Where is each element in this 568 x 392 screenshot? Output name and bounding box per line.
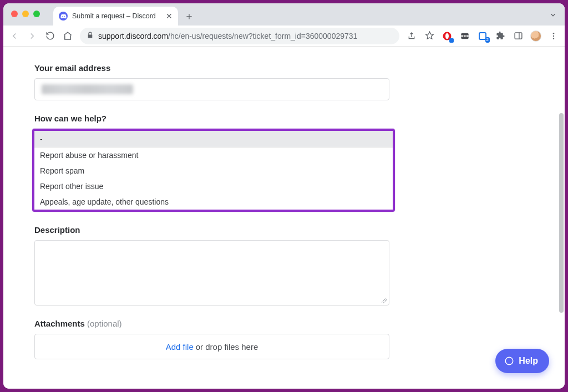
side-panel-icon[interactable] — [513, 30, 524, 42]
browser-tab[interactable]: Submit a request – Discord ✕ — [53, 7, 178, 26]
new-tab-button[interactable]: ＋ — [181, 8, 197, 24]
svg-point-8 — [553, 33, 554, 34]
window-close-icon[interactable] — [11, 11, 18, 17]
kebab-menu-icon[interactable] — [548, 30, 559, 42]
page-viewport: Your email address How can we help? - Re… — [3, 47, 565, 389]
url-text: support.discord.com/hc/en-us/requests/ne… — [98, 32, 357, 40]
forward-icon[interactable] — [27, 30, 38, 42]
attachments-group: Attachments (optional) Add file or drop … — [34, 319, 425, 359]
browser-window: Submit a request – Discord ✕ ＋ support.d… — [3, 3, 565, 389]
help-dropdown-highlighted: - Report abuse or harassment Report spam… — [32, 129, 395, 212]
dropdown-option[interactable]: Appeals, age update, other questions — [34, 194, 393, 210]
description-label: Description — [34, 225, 425, 235]
description-textarea[interactable] — [34, 240, 389, 306]
extension-badge-count: 2 — [485, 37, 490, 43]
dropdown-selected[interactable]: - — [34, 131, 393, 147]
window-controls — [11, 11, 40, 17]
request-form: Your email address How can we help? - Re… — [3, 47, 425, 389]
scrollbar-thumb[interactable] — [559, 113, 564, 313]
svg-point-5 — [465, 35, 466, 37]
svg-point-10 — [553, 38, 554, 39]
tabs-overflow-icon[interactable] — [549, 11, 557, 21]
help-circle-icon — [504, 356, 514, 366]
share-icon[interactable] — [406, 30, 417, 42]
help-group: How can we help? - Report abuse or haras… — [34, 114, 425, 212]
dropdown-option[interactable]: Report spam — [34, 163, 393, 179]
toolbar-right: 2 — [406, 30, 559, 42]
email-label: Your email address — [34, 63, 425, 73]
help-widget-button[interactable]: Help — [495, 349, 549, 373]
dropdown-option[interactable]: Report other issue — [34, 179, 393, 194]
discord-favicon-icon — [59, 12, 68, 21]
extension-badge-icon[interactable]: 2 — [477, 30, 488, 42]
svg-rect-3 — [461, 35, 469, 37]
window-minimize-icon[interactable] — [22, 11, 29, 17]
attachments-dropzone[interactable]: Add file or drop files here — [34, 334, 389, 359]
svg-point-11 — [506, 357, 514, 365]
reload-icon[interactable] — [44, 30, 55, 42]
extension-ninja-icon[interactable] — [459, 30, 470, 42]
tab-close-icon[interactable]: ✕ — [166, 12, 173, 21]
attachments-label: Attachments (optional) — [34, 319, 425, 328]
address-bar[interactable]: support.discord.com/hc/en-us/requests/ne… — [80, 28, 399, 44]
svg-point-9 — [553, 35, 554, 36]
home-icon[interactable] — [62, 30, 73, 42]
svg-point-1 — [445, 33, 449, 39]
dropdown-option[interactable]: Report abuse or harassment — [34, 147, 393, 163]
browser-toolbar: support.discord.com/hc/en-us/requests/ne… — [3, 26, 565, 47]
window-zoom-icon[interactable] — [33, 11, 40, 17]
profile-avatar[interactable] — [530, 30, 541, 42]
back-icon[interactable] — [9, 30, 20, 42]
tab-title: Submit a request – Discord — [72, 12, 156, 20]
redacted-email — [42, 84, 133, 94]
email-group: Your email address — [34, 63, 425, 100]
bookmark-star-icon[interactable] — [424, 30, 435, 42]
extension-opera-icon[interactable] — [442, 30, 453, 42]
help-label: How can we help? — [34, 114, 425, 123]
email-input[interactable] — [34, 78, 389, 100]
dropdown-list: Report abuse or harassment Report spam R… — [34, 147, 393, 210]
drop-hint: or drop files here — [196, 342, 258, 352]
description-group: Description — [34, 225, 425, 306]
add-file-link[interactable]: Add file — [166, 342, 194, 352]
tab-strip: Submit a request – Discord ✕ ＋ — [3, 3, 565, 26]
extensions-puzzle-icon[interactable] — [495, 30, 506, 42]
help-widget-label: Help — [519, 356, 538, 366]
lock-icon — [87, 32, 94, 40]
svg-point-4 — [463, 35, 464, 37]
svg-rect-7 — [515, 33, 522, 39]
